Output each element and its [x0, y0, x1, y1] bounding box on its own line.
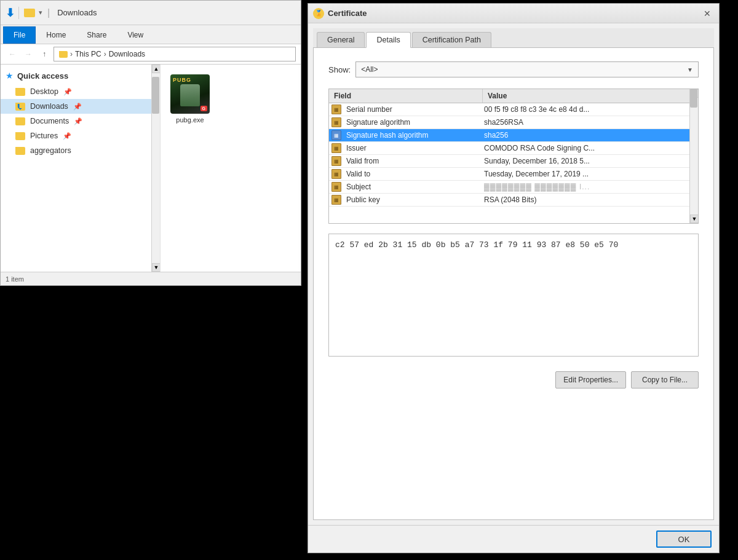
ok-area: OK	[308, 525, 719, 553]
value-text: c2 57 ed 2b 31 15 db 0b b5 a7 73 1f 79 1…	[335, 240, 618, 250]
table-row[interactable]: ▦ Issuer COMODO RSA Code Signing C...	[329, 142, 689, 155]
dialog-body: General Details Certification Path Show:…	[308, 23, 719, 525]
sidebar-item-documents[interactable]: Documents 📌	[1, 114, 160, 128]
field-name: Signature hash algorithm	[344, 129, 479, 141]
field-icon: ▦	[331, 156, 341, 166]
folder-icon	[15, 117, 25, 125]
tab-share[interactable]: Share	[76, 26, 117, 44]
table-row-selected[interactable]: ▦ Signature hash algorithm sha256	[329, 129, 689, 142]
status-bar: 1 item	[1, 272, 301, 285]
dialog-tabs: General Details Certification Path	[313, 28, 714, 48]
field-icon: ▦	[331, 195, 341, 205]
fields-list: Field Value ▦ Serial number 00 f5 f9 c8 …	[329, 89, 689, 223]
close-button[interactable]: ✕	[700, 7, 714, 20]
tab-certification-path[interactable]: Certification Path	[412, 32, 491, 47]
sidebar-item-label: Desktop	[30, 87, 58, 96]
edit-properties-button[interactable]: Edit Properties...	[555, 371, 626, 388]
back-button[interactable]: ←	[6, 47, 19, 61]
folder-icon	[15, 147, 25, 155]
tab-file[interactable]: File	[3, 26, 36, 44]
content-area: PUBG G pubg.exe	[161, 65, 301, 272]
path-separator: ›	[70, 50, 73, 58]
col-field: Field	[334, 92, 351, 100]
field-name: Serial number	[344, 103, 479, 116]
dialog-titlebar: 🏅 Certificate ✕	[308, 4, 719, 23]
sidebar-item-label: aggregators	[30, 146, 71, 155]
scroll-down-btn[interactable]: ▼	[152, 263, 161, 272]
sidebar-scrollbar[interactable]: ▲ ▼	[151, 65, 160, 272]
star-icon: ★	[6, 71, 14, 81]
field-name: Signature algorithm	[344, 116, 479, 128]
field-value: COMODO RSA Code Signing C...	[479, 142, 689, 154]
folder-icon	[15, 132, 25, 140]
field-value: Tuesday, December 17, 2019 ...	[479, 168, 689, 180]
folder-icon	[24, 9, 35, 17]
pin-icon: 📌	[73, 103, 82, 111]
path-this-pc: This PC	[75, 50, 101, 58]
field-name: Issuer	[344, 142, 479, 154]
ribbon-tabs: File Home Share View	[1, 25, 301, 44]
field-icon: ▦	[331, 105, 341, 114]
sidebar-item-aggregators[interactable]: aggregators	[1, 143, 160, 158]
fields-table: Field Value ▦ Serial number 00 f5 f9 c8 …	[328, 89, 699, 224]
file-item-pubg[interactable]: PUBG G pubg.exe	[165, 69, 215, 128]
ok-button[interactable]: OK	[656, 530, 712, 548]
forward-button[interactable]: →	[22, 47, 35, 61]
explorer-body: ★ Quick access Desktop 📌 Downloads 📌 Doc…	[1, 65, 301, 272]
scroll-thumb[interactable]	[690, 89, 697, 108]
field-value: ▓▓▓▓▓▓▓▓ ▓▓▓▓▓▓▓ I...	[479, 181, 689, 193]
quick-access-label: Quick access	[17, 71, 68, 81]
field-name: Valid from	[344, 155, 479, 167]
certificate-dialog: 🏅 Certificate ✕ General Details Certific…	[308, 3, 720, 553]
show-value: <All>	[361, 65, 378, 74]
quick-access-header[interactable]: ★ Quick access	[1, 67, 160, 84]
table-row[interactable]: ▦ Signature algorithm sha256RSA	[329, 116, 689, 129]
address-path[interactable]: › This PC › Downloads	[54, 47, 296, 61]
thumb-inner: PUBG G	[170, 74, 210, 114]
scroll-up-btn[interactable]: ▲	[152, 65, 161, 73]
sidebar-item-label: Pictures	[30, 132, 58, 140]
tab-general[interactable]: General	[317, 32, 365, 47]
field-name: Valid to	[344, 168, 479, 180]
tab-details[interactable]: Details	[366, 32, 410, 48]
dialog-title: Certificate	[328, 9, 697, 18]
table-row[interactable]: ▦ Serial number 00 f5 f9 c8 f8 c3 3e 4c …	[329, 103, 689, 116]
sidebar-item-label: Downloads	[30, 102, 68, 111]
addressbar: ← → ↑ › This PC › Downloads	[1, 44, 301, 65]
table-header: Field Value	[329, 89, 689, 103]
field-icon: ▦	[331, 182, 341, 192]
file-thumbnail: PUBG G	[170, 74, 210, 114]
table-row[interactable]: ▦ Valid to Tuesday, December 17, 2019 ..…	[329, 168, 689, 181]
download-arrow-icon: ⬇	[6, 6, 15, 20]
table-row[interactable]: ▦ Valid from Sunday, December 16, 2018 5…	[329, 155, 689, 168]
chevron-down-icon: ▾	[39, 9, 42, 17]
copy-to-file-button[interactable]: Copy to File...	[631, 371, 699, 388]
certificate-icon: 🏅	[313, 8, 324, 19]
ribbon: File Home Share View	[1, 25, 301, 44]
sidebar: ★ Quick access Desktop 📌 Downloads 📌 Doc…	[1, 65, 161, 272]
folder-icon	[15, 88, 25, 96]
table-row[interactable]: ▦ Public key RSA (2048 Bits)	[329, 194, 689, 207]
field-value: sha256RSA	[479, 116, 689, 128]
field-icon: ▦	[331, 143, 341, 153]
table-scrollbar[interactable]: ▲ ▼	[689, 89, 698, 223]
scroll-down-btn[interactable]: ▼	[690, 215, 699, 223]
sidebar-item-desktop[interactable]: Desktop 📌	[1, 84, 160, 99]
field-icon: ▦	[331, 130, 341, 140]
separator: |	[47, 7, 50, 18]
file-explorer: ⬇ ▾ | Downloads File Home Share View ← →…	[0, 0, 301, 286]
field-icon: ▦	[331, 169, 341, 179]
tab-content: Show: <All> ▼ Field Value	[313, 48, 714, 520]
value-area: c2 57 ed 2b 31 15 db 0b b5 a7 73 1f 79 1…	[328, 234, 699, 357]
sidebar-item-pictures[interactable]: Pictures 📌	[1, 128, 160, 143]
up-button[interactable]: ↑	[38, 47, 51, 61]
show-select[interactable]: <All> ▼	[355, 61, 699, 77]
sidebar-item-downloads[interactable]: Downloads 📌	[1, 99, 160, 114]
folder-icon-downloads	[15, 103, 25, 111]
scroll-thumb[interactable]	[152, 77, 159, 114]
field-name: Public key	[344, 194, 479, 206]
tab-home[interactable]: Home	[36, 26, 76, 44]
field-value: RSA (2048 Bits)	[479, 194, 689, 206]
table-row[interactable]: ▦ Subject ▓▓▓▓▓▓▓▓ ▓▓▓▓▓▓▓ I...	[329, 181, 689, 194]
tab-view[interactable]: View	[117, 26, 154, 44]
